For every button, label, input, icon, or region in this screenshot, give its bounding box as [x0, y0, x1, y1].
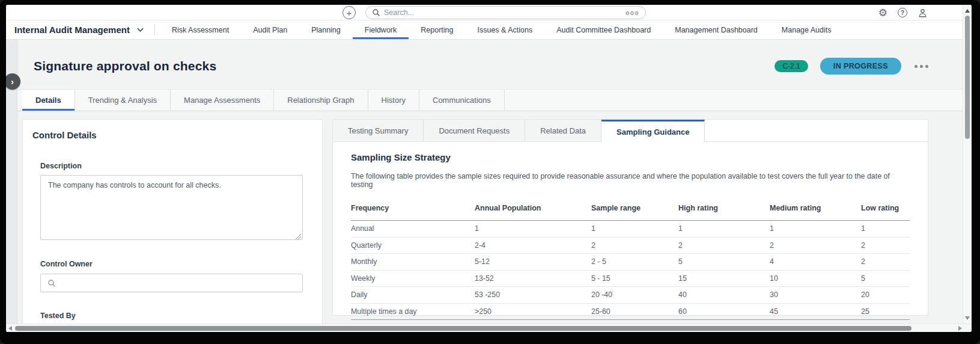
frequency-cell: Monthly — [351, 254, 475, 271]
high-rating-cell: 60 — [678, 303, 770, 320]
control-details-heading: Control Details — [32, 130, 322, 140]
plus-icon: + — [347, 8, 352, 17]
table-row: Multiple times a day >250 25-60 60 45 25 — [351, 303, 910, 320]
nav-item[interactable]: Management Dashboard — [663, 20, 770, 39]
scroll-left-arrow-icon[interactable] — [8, 326, 12, 331]
panel-tab-bar: Testing Summary Document Requests Relate… — [333, 120, 928, 142]
page-header: Signature approval on checks C-2.1 IN PR… — [17, 40, 963, 89]
module-nav-bar: Internal Audit Management Risk Assessmen… — [6, 20, 963, 40]
table-header-cell: Frequency — [351, 200, 475, 221]
nav-item[interactable]: Manage Audits — [770, 20, 844, 39]
table-row: Monthly 5-12 2 - 5 5 4 2 — [351, 254, 910, 271]
vertical-scrollbar[interactable] — [963, 5, 972, 324]
low-rating-cell: 20 — [861, 287, 910, 304]
medium-rating-cell: 1 — [770, 221, 861, 238]
record-tab-bar: Details Trending & Analysis Manage Asses… — [17, 89, 963, 111]
annual-population-cell: 5-12 — [475, 254, 591, 271]
nav-item[interactable]: Issues & Actions — [465, 20, 544, 39]
search-input[interactable] — [384, 8, 625, 17]
sampling-strategy-heading: Sampling Size Strategy — [351, 152, 910, 162]
frequency-cell: Weekly — [351, 270, 475, 287]
sampling-strategy-intro: The following table provides the sample … — [351, 172, 910, 189]
top-bar: + ooo ⚙ ? — [6, 5, 963, 20]
annual-population-cell: 1 — [475, 221, 591, 238]
horizontal-scroll-thumb[interactable] — [15, 326, 912, 331]
description-textarea[interactable]: The company has controls to account for … — [40, 175, 303, 240]
control-owner-label: Control Owner — [40, 260, 303, 268]
medium-rating-cell: 45 — [770, 303, 861, 320]
table-header-cell: Sample range — [591, 200, 678, 221]
scroll-right-arrow-icon[interactable] — [958, 326, 962, 331]
header-badges: C-2.1 IN PROGRESS — [775, 58, 930, 75]
sample-range-cell: 25-60 — [591, 303, 678, 320]
record-tab[interactable]: Relationship Graph — [274, 90, 368, 111]
record-tab[interactable]: Communications — [419, 90, 505, 111]
resize-grip-icon[interactable] — [296, 234, 301, 239]
chevron-right-icon: › — [11, 76, 14, 87]
vertical-scroll-thumb[interactable] — [965, 16, 970, 139]
nav-item[interactable]: Audit Committee Dashboard — [544, 20, 663, 39]
nav-item[interactable]: Reporting — [409, 20, 465, 39]
help-icon[interactable]: ? — [898, 8, 907, 17]
app-switcher[interactable]: Internal Audit Management — [6, 20, 150, 39]
tested-by-label: Tested By — [40, 312, 303, 320]
settings-gear-icon[interactable]: ⚙ — [878, 7, 887, 19]
medium-rating-cell: 4 — [770, 254, 861, 271]
user-profile-icon[interactable] — [918, 8, 928, 18]
low-rating-cell: 1 — [861, 221, 910, 238]
description-label: Description — [40, 162, 303, 170]
panel-tab[interactable]: Related Data — [525, 120, 601, 141]
high-rating-cell: 5 — [678, 254, 770, 271]
record-tab[interactable]: History — [368, 90, 419, 111]
search-shortcut-hint: ooo — [625, 10, 639, 16]
scroll-down-arrow-icon[interactable] — [965, 316, 970, 320]
table-header-cell: Medium rating — [770, 200, 861, 221]
app-window: + ooo ⚙ ? Internal Audit Management — [6, 5, 972, 332]
annual-population-cell: 2-4 — [475, 237, 591, 254]
low-rating-cell: 25 — [861, 303, 910, 320]
nav-item[interactable]: Risk Assessment — [160, 20, 241, 39]
status-badge[interactable]: IN PROGRESS — [820, 58, 901, 75]
dot-icon — [925, 65, 928, 68]
page-title: Signature approval on checks — [34, 59, 216, 73]
reference-badge: C-2.1 — [775, 60, 808, 72]
frequency-cell: Daily — [351, 287, 475, 304]
control-details-card: Control Details Description The company … — [22, 119, 323, 324]
sample-range-cell: 1 — [591, 221, 678, 238]
panel-tab[interactable]: Sampling Guidance — [601, 120, 705, 142]
high-rating-cell: 1 — [678, 221, 770, 238]
annual-population-cell: 53 -250 — [475, 287, 591, 304]
record-tab[interactable]: Manage Assessments — [171, 90, 274, 111]
dot-icon — [915, 65, 918, 68]
record-tab[interactable]: Details — [22, 90, 75, 111]
control-owner-input[interactable] — [40, 274, 303, 292]
table-row: Daily 53 -250 20 -40 40 30 20 — [351, 287, 910, 304]
high-rating-cell: 15 — [678, 270, 770, 287]
search-icon — [47, 279, 56, 287]
create-new-button[interactable]: + — [342, 6, 356, 19]
nav-items: Risk Assessment Audit Plan Planning Fiel… — [160, 20, 844, 39]
sample-range-cell: 2 — [591, 237, 678, 254]
search-icon — [372, 8, 380, 17]
record-tab[interactable]: Trending & Analysis — [75, 90, 171, 111]
global-search[interactable]: ooo — [365, 6, 646, 19]
scroll-up-arrow-icon[interactable] — [965, 9, 970, 13]
screenshot-frame: + ooo ⚙ ? Internal Audit Management — [0, 0, 980, 344]
more-actions-menu[interactable] — [913, 63, 930, 70]
table-header-cell: Annual Population — [475, 200, 591, 221]
low-rating-cell: 2 — [861, 254, 910, 271]
dot-icon — [920, 65, 923, 68]
sample-range-cell: 2 - 5 — [591, 254, 678, 271]
annual-population-cell: 13-52 — [475, 270, 591, 287]
horizontal-scrollbar[interactable] — [6, 324, 972, 332]
sample-range-cell: 5 - 15 — [591, 270, 678, 287]
nav-item[interactable]: Fieldwork — [353, 20, 409, 39]
panel-tab[interactable]: Testing Summary — [333, 120, 424, 141]
panel-tab[interactable]: Document Requests — [424, 120, 525, 141]
topbar-icon-group: ⚙ ? — [878, 5, 928, 20]
nav-item[interactable]: Audit Plan — [241, 20, 299, 39]
nav-divider — [154, 24, 155, 35]
sample-range-cell: 20 -40 — [591, 287, 678, 304]
nav-item[interactable]: Planning — [299, 20, 353, 39]
page-content: › Signature approval on checks C-2.1 IN … — [6, 40, 963, 324]
